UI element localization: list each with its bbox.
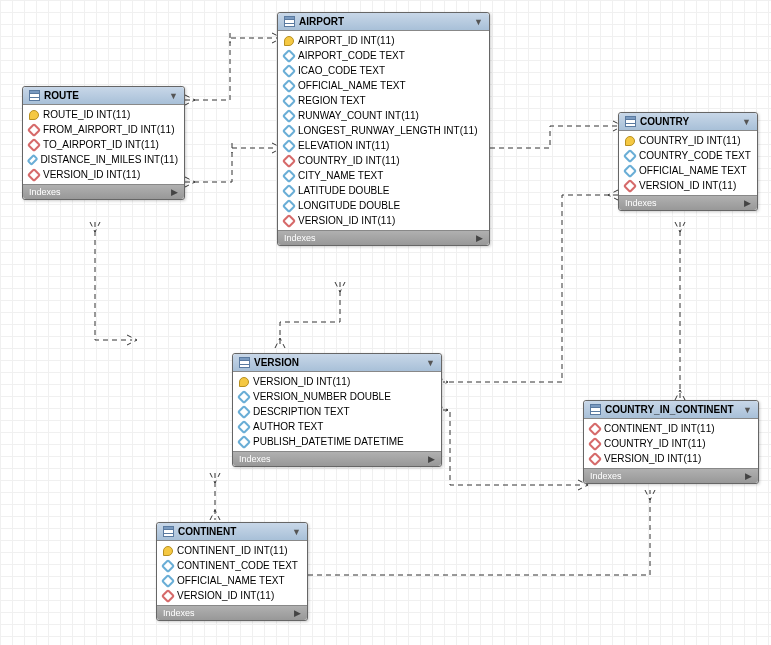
chevron-right-icon: ▶ — [476, 233, 483, 243]
col-icon — [237, 404, 251, 418]
entity-footer[interactable]: Indexes▶ — [23, 184, 184, 199]
fk-icon — [282, 213, 296, 227]
column-row: ELEVATION INT(11) — [278, 138, 489, 153]
column-row: CONTINENT_CODE TEXT — [157, 558, 307, 573]
table-icon — [590, 404, 601, 415]
col-icon — [623, 163, 637, 177]
chevron-down-icon: ▼ — [169, 91, 178, 101]
column-list: CONTINENT_ID INT(11) CONTINENT_CODE TEXT… — [157, 541, 307, 605]
column-row: CONTINENT_ID INT(11) — [157, 543, 307, 558]
column-row: AIRPORT_ID INT(11) — [278, 33, 489, 48]
entity-title: ROUTE — [44, 90, 79, 101]
column-row: PUBLISH_DATETIME DATETIME — [233, 434, 441, 449]
entity-footer[interactable]: Indexes▶ — [584, 468, 758, 483]
col-icon — [282, 48, 296, 62]
fk-icon — [161, 588, 175, 602]
chevron-down-icon: ▼ — [292, 527, 301, 537]
entity-continent[interactable]: CONTINENT ▼ CONTINENT_ID INT(11) CONTINE… — [156, 522, 308, 621]
table-icon — [239, 357, 250, 368]
fk-icon — [282, 153, 296, 167]
col-icon — [282, 198, 296, 212]
chevron-right-icon: ▶ — [294, 608, 301, 618]
entity-footer[interactable]: Indexes▶ — [619, 195, 757, 210]
entity-header[interactable]: COUNTRY ▼ — [619, 113, 757, 131]
entity-title: COUNTRY_IN_CONTINENT — [605, 404, 734, 415]
column-row: VERSION_NUMBER DOUBLE — [233, 389, 441, 404]
entity-title: CONTINENT — [178, 526, 236, 537]
column-row: VERSION_ID INT(11) — [584, 451, 758, 466]
column-row: VERSION_ID INT(11) — [233, 374, 441, 389]
key-icon — [29, 110, 39, 120]
column-row: VERSION_ID INT(11) — [278, 213, 489, 228]
column-row: COUNTRY_CODE TEXT — [619, 148, 757, 163]
fk-icon — [588, 436, 602, 450]
column-row: DESCRIPTION TEXT — [233, 404, 441, 419]
entity-title: AIRPORT — [299, 16, 344, 27]
table-icon — [29, 90, 40, 101]
column-row: OFFICIAL_NAME TEXT — [619, 163, 757, 178]
chevron-right-icon: ▶ — [744, 198, 751, 208]
column-list: VERSION_ID INT(11) VERSION_NUMBER DOUBLE… — [233, 372, 441, 451]
entity-version[interactable]: VERSION ▼ VERSION_ID INT(11) VERSION_NUM… — [232, 353, 442, 467]
col-icon — [282, 123, 296, 137]
column-row: RUNWAY_COUNT INT(11) — [278, 108, 489, 123]
column-row: VERSION_ID INT(11) — [619, 178, 757, 193]
column-row: FROM_AIRPORT_ID INT(11) — [23, 122, 184, 137]
col-icon — [237, 389, 251, 403]
column-row: LONGEST_RUNWAY_LENGTH INT(11) — [278, 123, 489, 138]
entity-header[interactable]: COUNTRY_IN_CONTINENT ▼ — [584, 401, 758, 419]
col-icon — [282, 138, 296, 152]
column-row: VERSION_ID INT(11) — [23, 167, 184, 182]
column-list: ROUTE_ID INT(11) FROM_AIRPORT_ID INT(11)… — [23, 105, 184, 184]
entity-country[interactable]: COUNTRY ▼ COUNTRY_ID INT(11) COUNTRY_COD… — [618, 112, 758, 211]
chevron-right-icon: ▶ — [171, 187, 178, 197]
fk-icon — [588, 451, 602, 465]
col-icon — [237, 419, 251, 433]
chevron-right-icon: ▶ — [428, 454, 435, 464]
col-icon — [27, 153, 39, 165]
entity-footer[interactable]: Indexes▶ — [157, 605, 307, 620]
column-row: LONGITUDE DOUBLE — [278, 198, 489, 213]
column-row: AIRPORT_CODE TEXT — [278, 48, 489, 63]
entity-country-in-continent[interactable]: COUNTRY_IN_CONTINENT ▼ CONTINENT_ID INT(… — [583, 400, 759, 484]
entity-route[interactable]: ROUTE ▼ ROUTE_ID INT(11) FROM_AIRPORT_ID… — [22, 86, 185, 200]
chevron-down-icon: ▼ — [743, 405, 752, 415]
col-icon — [282, 93, 296, 107]
column-row: LATITUDE DOUBLE — [278, 183, 489, 198]
column-row: OFFICIAL_NAME TEXT — [157, 573, 307, 588]
column-list: AIRPORT_ID INT(11) AIRPORT_CODE TEXT ICA… — [278, 31, 489, 230]
col-icon — [237, 434, 251, 448]
entity-header[interactable]: AIRPORT ▼ — [278, 13, 489, 31]
column-row: AUTHOR TEXT — [233, 419, 441, 434]
entity-title: COUNTRY — [640, 116, 689, 127]
column-row: REGION TEXT — [278, 93, 489, 108]
table-icon — [163, 526, 174, 537]
fk-icon — [623, 178, 637, 192]
column-row: DISTANCE_IN_MILES INT(11) — [23, 152, 184, 167]
column-row: COUNTRY_ID INT(11) — [619, 133, 757, 148]
entity-header[interactable]: CONTINENT ▼ — [157, 523, 307, 541]
key-icon — [163, 546, 173, 556]
entity-title: VERSION — [254, 357, 299, 368]
column-row: CONTINENT_ID INT(11) — [584, 421, 758, 436]
column-row: OFFICIAL_NAME TEXT — [278, 78, 489, 93]
table-icon — [625, 116, 636, 127]
fk-icon — [588, 421, 602, 435]
col-icon — [282, 78, 296, 92]
key-icon — [625, 136, 635, 146]
entity-header[interactable]: ROUTE ▼ — [23, 87, 184, 105]
col-icon — [282, 183, 296, 197]
column-row: COUNTRY_ID INT(11) — [584, 436, 758, 451]
chevron-down-icon: ▼ — [474, 17, 483, 27]
chevron-down-icon: ▼ — [426, 358, 435, 368]
entity-footer[interactable]: Indexes▶ — [278, 230, 489, 245]
col-icon — [623, 148, 637, 162]
col-icon — [161, 573, 175, 587]
fk-icon — [27, 122, 41, 136]
column-row: CITY_NAME TEXT — [278, 168, 489, 183]
col-icon — [282, 168, 296, 182]
column-row: COUNTRY_ID INT(11) — [278, 153, 489, 168]
entity-footer[interactable]: Indexes▶ — [233, 451, 441, 466]
entity-header[interactable]: VERSION ▼ — [233, 354, 441, 372]
entity-airport[interactable]: AIRPORT ▼ AIRPORT_ID INT(11) AIRPORT_COD… — [277, 12, 490, 246]
